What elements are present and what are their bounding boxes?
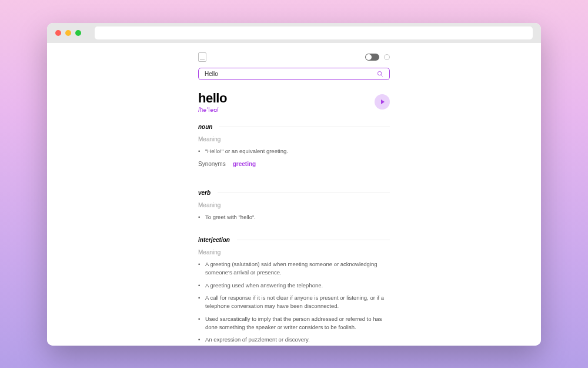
titlebar [47, 23, 541, 43]
definition-item: A call for response if it is not clear i… [198, 294, 390, 310]
search-input[interactable] [205, 71, 377, 77]
header-row [198, 52, 390, 62]
divider [237, 240, 390, 240]
divider [218, 193, 390, 193]
play-audio-button[interactable] [375, 94, 390, 110]
definition-list: To greet with "hello". [198, 213, 390, 221]
maximize-window-button[interactable] [75, 30, 81, 36]
meaning-label: Meaning [198, 249, 390, 256]
sun-icon [384, 54, 390, 60]
svg-line-1 [381, 74, 383, 76]
meaning-label: Meaning [198, 136, 390, 142]
minimize-window-button[interactable] [65, 30, 71, 36]
definition-item: To greet with "hello". [198, 213, 390, 221]
entry-noun: noun Meaning "Hello!" or an equivalent g… [198, 124, 390, 181]
entry-verb: verb Meaning To greet with "hello". [198, 190, 390, 227]
headword: hello [198, 91, 227, 106]
definition-item: A greeting used when answering the telep… [198, 281, 390, 290]
close-window-button[interactable] [55, 30, 61, 36]
play-icon [381, 100, 385, 104]
word-header: hello /həˈləʊ/ [198, 91, 390, 113]
theme-toggle[interactable] [365, 54, 379, 61]
book-icon[interactable] [198, 52, 206, 62]
synonym-link[interactable]: greeting [233, 161, 256, 167]
search-box[interactable] [198, 68, 390, 80]
svg-point-0 [377, 71, 381, 75]
divider [219, 127, 390, 127]
definition-item: A greeting (salutation) said when meetin… [198, 260, 390, 277]
synonyms-label: Synonyms [198, 161, 226, 167]
part-of-speech: noun [198, 124, 212, 130]
part-of-speech: interjection [198, 237, 230, 243]
definition-list: A greeting (salutation) said when meetin… [198, 260, 390, 344]
entry-interjection: interjection Meaning A greeting (salutat… [198, 237, 390, 345]
search-icon[interactable] [377, 71, 383, 77]
address-bar[interactable] [95, 26, 533, 39]
browser-window: hello /həˈləʊ/ noun Meaning "Hello!" or … [47, 23, 541, 346]
part-of-speech: verb [198, 190, 211, 196]
definition-item: Used sarcastically to imply that the per… [198, 315, 390, 331]
synonyms-row: Synonyms greeting [198, 161, 390, 167]
definition-item: An expression of puzzlement or discovery… [198, 336, 390, 344]
phonetic-text: /həˈləʊ/ [198, 107, 227, 113]
definition-item: "Hello!" or an equivalent greeting. [198, 147, 390, 155]
definition-list: "Hello!" or an equivalent greeting. [198, 147, 390, 155]
page-content: hello /həˈləʊ/ noun Meaning "Hello!" or … [47, 43, 541, 346]
meaning-label: Meaning [198, 202, 390, 208]
